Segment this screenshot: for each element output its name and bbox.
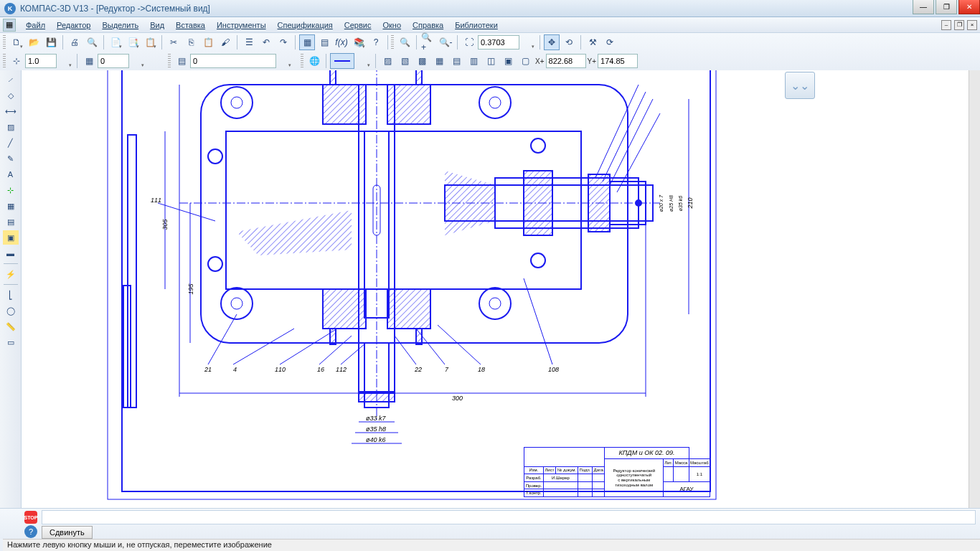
dim-tool[interactable]: ⟷	[3, 104, 19, 118]
paste-button[interactable]: 📋	[200, 34, 216, 50]
lib-button[interactable]: 📚	[351, 34, 367, 50]
menu-libs[interactable]: Библиотеки	[449, 19, 504, 31]
step-dd[interactable]	[130, 53, 146, 69]
menu-window[interactable]: Окно	[377, 19, 407, 31]
arc-tool[interactable]: ╱	[3, 136, 19, 150]
hatch7-button[interactable]: ◫	[483, 53, 499, 69]
linewidth-dd[interactable]	[57, 53, 73, 69]
drawing-canvas[interactable]: 111 21 4 110 16 112 22 7 18 108 305 195 …	[22, 70, 980, 508]
help-icon[interactable]: ?	[24, 525, 37, 538]
rebuild-button[interactable]: ⚒	[585, 34, 600, 50]
linetype-dd[interactable]	[356, 53, 372, 69]
save-button[interactable]: 💾	[43, 34, 59, 50]
hatch4-button[interactable]: ▦	[431, 53, 447, 69]
x-input[interactable]	[546, 54, 586, 68]
refresh-button[interactable]: ⟳	[602, 34, 618, 50]
menu-select[interactable]: Выделить	[96, 19, 144, 31]
zoom-dd[interactable]	[520, 34, 536, 50]
open-button[interactable]: 📂	[26, 34, 42, 50]
zoom-window-button[interactable]: 🔍	[397, 34, 413, 50]
hatch3-button[interactable]: ▩	[414, 53, 430, 69]
assoc-tool[interactable]: ▬	[3, 246, 19, 260]
hatch2-button[interactable]: ▧	[397, 53, 413, 69]
list-tool[interactable]: ▤	[3, 215, 19, 229]
zoom-in-button[interactable]: 🔍+	[420, 34, 436, 50]
copy-button[interactable]: ⎘	[183, 34, 199, 50]
table-tool[interactable]: ▦	[3, 199, 19, 213]
close-button[interactable]: ✕	[958, 0, 980, 14]
grid-button[interactable]: ▦	[81, 53, 97, 69]
ruler-tool[interactable]: 📏	[3, 319, 19, 334]
scrollbar-vertical[interactable]	[969, 70, 980, 508]
print-button[interactable]: 🖨	[67, 34, 83, 50]
hatch9-button[interactable]: ▢	[517, 53, 533, 69]
redo-button[interactable]: ↷	[275, 34, 291, 50]
doc1-button[interactable]: 📄	[108, 34, 123, 50]
menu-editor[interactable]: Редактор	[51, 19, 96, 31]
grip-icon[interactable]	[168, 54, 171, 68]
y-input[interactable]	[598, 54, 638, 68]
preview-button[interactable]: 🔍	[84, 34, 100, 50]
menu-file[interactable]: Файл	[20, 19, 51, 31]
rotate-button[interactable]: ⟲	[561, 34, 577, 50]
undo-button[interactable]: ↶	[258, 34, 274, 50]
hatch1-button[interactable]: ▨	[380, 53, 395, 69]
spark-tool[interactable]: ⚡	[3, 267, 19, 281]
app-menu-icon[interactable]: ▦	[3, 19, 16, 32]
doc2-button[interactable]: 📑	[125, 34, 141, 50]
panel-toggle[interactable]: ⌄⌄	[785, 72, 815, 99]
menu-insert[interactable]: Вставка	[170, 19, 211, 31]
new-button[interactable]: 🗋	[9, 34, 24, 50]
variables-button[interactable]: f(x)	[334, 34, 349, 50]
mdi-minimize-button[interactable]: –	[941, 20, 951, 30]
spec-button[interactable]: ▦	[299, 34, 315, 50]
view-tool[interactable]: ▣	[3, 230, 19, 245]
step-input[interactable]	[98, 54, 129, 68]
bracket-tool[interactable]: ⎣	[3, 288, 19, 302]
hatch8-button[interactable]: ▣	[500, 53, 516, 69]
layer-input[interactable]	[190, 54, 276, 68]
stop-button[interactable]: STOP	[24, 511, 37, 524]
grip-icon[interactable]	[3, 35, 6, 50]
menu-view[interactable]: Вид	[144, 19, 170, 31]
command-button[interactable]: Сдвинуть	[42, 526, 93, 539]
globe-button[interactable]: 🌐	[306, 53, 322, 69]
grip-icon[interactable]	[3, 54, 6, 68]
hatch5-button[interactable]: ▤	[448, 53, 464, 69]
layer-dd[interactable]	[277, 53, 293, 69]
cut-button[interactable]: ✂	[166, 34, 182, 50]
brush-button[interactable]: 🖌	[217, 34, 233, 50]
doc3-button[interactable]: 📋	[142, 34, 158, 50]
circle-tool[interactable]: ◯	[3, 303, 19, 318]
hatch-tool[interactable]: ▨	[3, 120, 19, 134]
maximize-button[interactable]: ❐	[936, 0, 957, 14]
menu-service[interactable]: Сервис	[339, 19, 377, 31]
axis-tool[interactable]: ⊹	[3, 183, 19, 197]
menu-tools[interactable]: Инструменты	[211, 19, 272, 31]
text-tool[interactable]: A	[3, 167, 19, 182]
zoom-fit-button[interactable]: ⛶	[461, 34, 477, 50]
command-input[interactable]	[42, 510, 976, 524]
pan-button[interactable]: ✥	[544, 34, 560, 50]
minimize-button[interactable]: —	[913, 0, 934, 14]
line-tool[interactable]: ◇	[3, 88, 19, 103]
grip-icon[interactable]	[391, 35, 394, 50]
help-button[interactable]: ?	[368, 34, 384, 50]
layer-button[interactable]: ▤	[174, 53, 189, 69]
layers-button[interactable]: ▤	[316, 34, 332, 50]
zoom-input[interactable]	[478, 35, 519, 50]
properties-button[interactable]: ☰	[241, 34, 257, 50]
zoom-out-button[interactable]: 🔍-	[438, 34, 453, 50]
snap-button[interactable]: ⊹	[9, 53, 24, 69]
mdi-close-button[interactable]: ×	[967, 20, 977, 30]
point-tool[interactable]: ⟋	[3, 72, 19, 87]
brush-tool[interactable]: ✎	[3, 151, 19, 166]
menu-help[interactable]: Справка	[407, 19, 449, 31]
mdi-restore-button[interactable]: ❐	[954, 20, 964, 30]
linewidth-input[interactable]	[25, 54, 57, 68]
menu-spec[interactable]: Спецификация	[272, 19, 339, 31]
grip-icon[interactable]	[301, 54, 303, 68]
hatch6-button[interactable]: ▥	[466, 53, 481, 69]
box-tool[interactable]: ▭	[3, 335, 19, 349]
linetype-button[interactable]	[330, 53, 354, 69]
